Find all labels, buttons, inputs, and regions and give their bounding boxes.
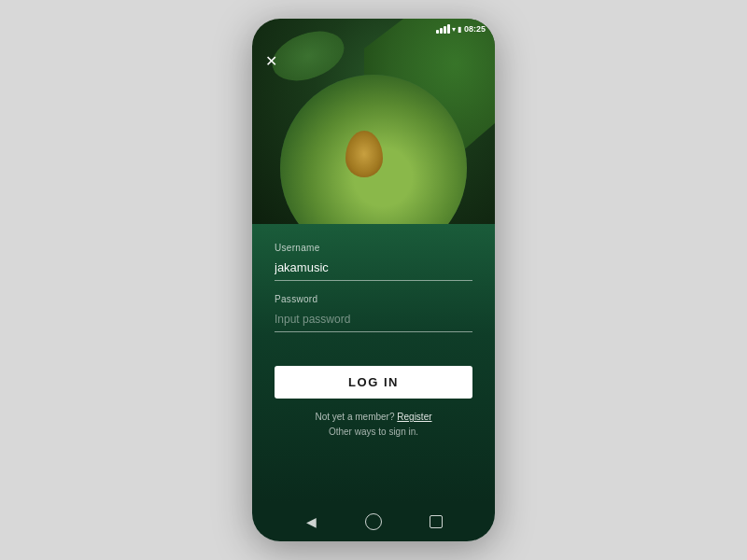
login-button[interactable]: LOG IN bbox=[275, 366, 472, 399]
phone-frame: ▾ ▮ 08:25 ✕ Username Password LOG IN Not… bbox=[252, 19, 495, 541]
username-label: Username bbox=[275, 243, 472, 253]
wifi-icon: ▾ bbox=[452, 25, 456, 34]
food-visual bbox=[280, 75, 467, 224]
password-input[interactable] bbox=[275, 308, 472, 332]
username-field-group: Username bbox=[275, 243, 472, 281]
status-bar: ▾ ▮ 08:25 bbox=[436, 24, 486, 34]
avocado-seed bbox=[345, 131, 383, 177]
home-circle-icon bbox=[365, 513, 382, 530]
back-button[interactable]: ◀ bbox=[301, 511, 321, 532]
recents-button[interactable] bbox=[426, 511, 446, 532]
signal-bar-3 bbox=[444, 26, 446, 34]
signal-icons: ▾ ▮ bbox=[436, 24, 461, 34]
login-section: Username Password LOG IN Not yet a membe… bbox=[252, 224, 495, 502]
other-signin-text: Other ways to sign in. bbox=[329, 427, 418, 437]
recents-square-icon bbox=[430, 515, 443, 528]
signal-bar-1 bbox=[436, 30, 439, 34]
clock: 08:25 bbox=[464, 24, 486, 34]
username-input[interactable] bbox=[275, 257, 472, 281]
hero-image-area: ▾ ▮ 08:25 ✕ bbox=[252, 19, 495, 224]
register-link[interactable]: Register bbox=[397, 412, 431, 422]
battery-icon: ▮ bbox=[458, 25, 461, 34]
close-button[interactable]: ✕ bbox=[265, 54, 277, 69]
signal-bar-2 bbox=[440, 28, 443, 34]
signal-bar-4 bbox=[447, 24, 450, 34]
member-prompt: Not yet a member? Register bbox=[315, 412, 431, 422]
home-button[interactable] bbox=[363, 511, 384, 532]
circle-overlay bbox=[280, 75, 467, 224]
password-field-group: Password bbox=[275, 294, 472, 332]
password-label: Password bbox=[275, 294, 472, 304]
bottom-nav: ◀ bbox=[252, 502, 495, 541]
